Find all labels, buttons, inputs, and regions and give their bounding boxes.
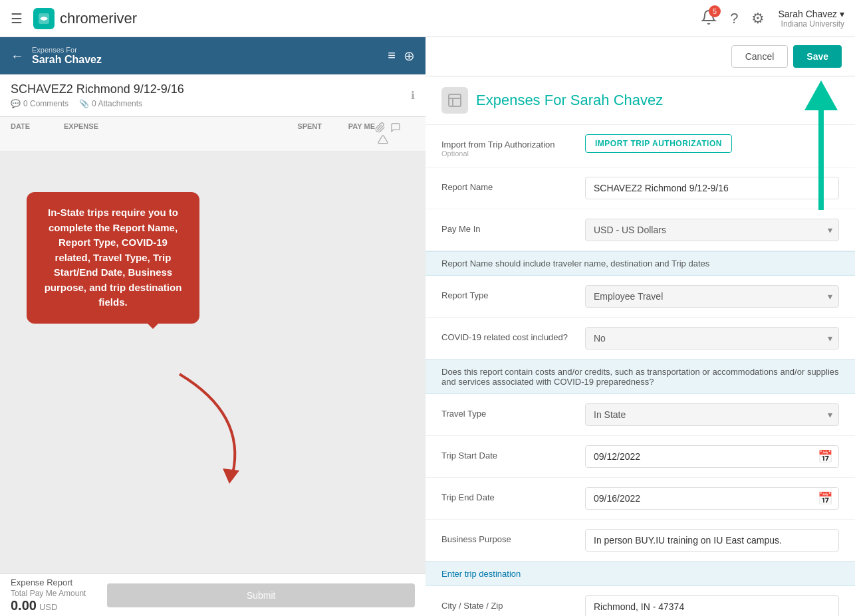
sub-header-user-name: Sarah Chavez xyxy=(32,54,388,66)
travel-type-label: Travel Type xyxy=(441,403,574,419)
submit-button[interactable]: Submit xyxy=(107,583,415,607)
trip-start-label: Trip Start Date xyxy=(441,445,574,461)
add-expense-icon[interactable]: ⊕ xyxy=(404,48,415,64)
left-panel: ← Expenses For Sarah Chavez ≡ ⊕ SCHAVEZ2… xyxy=(0,37,426,616)
logo-area: chromeriver xyxy=(33,8,137,29)
trip-start-control: 📅 xyxy=(585,445,839,468)
right-actions: Cancel Save xyxy=(731,45,842,68)
sub-header: ← Expenses For Sarah Chavez ≡ ⊕ xyxy=(0,37,426,74)
report-info-icon[interactable]: ℹ xyxy=(411,89,415,102)
form-title: Expenses For Sarah Chavez xyxy=(476,92,663,109)
covid-control: No ▾ xyxy=(585,327,839,350)
attachments-count: 📎 0 Attachments xyxy=(79,99,142,108)
pay-me-label: Pay Me In xyxy=(441,219,574,234)
tooltip-text: In-State trips require you to complete t… xyxy=(45,207,182,308)
business-purpose-control xyxy=(585,529,839,552)
settings-icon[interactable]: ⚙ xyxy=(751,10,765,27)
back-button[interactable]: ← xyxy=(11,49,24,64)
user-menu[interactable]: Sarah Chavez ▾ Indiana University xyxy=(778,9,844,29)
city-state-zip-row: City / State / Zip xyxy=(426,586,855,616)
right-header: Cancel Save xyxy=(426,37,855,76)
form-icon xyxy=(441,87,468,114)
col-spent: SPENT xyxy=(255,122,322,146)
save-button[interactable]: Save xyxy=(793,45,842,68)
bottom-bar: Expense Report Total Pay Me Amount 0.00 … xyxy=(0,573,426,616)
sub-header-info: Expenses For Sarah Chavez xyxy=(32,46,388,66)
col-payme: PAY ME xyxy=(322,122,375,146)
import-trip-button[interactable]: IMPORT TRIP AUTHORIZATION xyxy=(585,134,732,153)
comments-count: 💬 0 Comments xyxy=(11,99,68,108)
form-header: Expenses For Sarah Chavez xyxy=(426,76,855,125)
trip-end-label: Trip End Date xyxy=(441,487,574,502)
notification-badge: 5 xyxy=(709,5,721,17)
cancel-button[interactable]: Cancel xyxy=(731,45,789,68)
right-content: Expenses For Sarah Chavez Import from Tr… xyxy=(426,76,855,616)
pay-me-select[interactable]: USD - US Dollars xyxy=(585,219,839,241)
expense-table-header: DATE EXPENSE SPENT PAY ME xyxy=(0,117,426,152)
report-type-row: Report Type Employee Travel ▾ xyxy=(426,276,855,318)
report-name-label: Report Name xyxy=(441,177,574,192)
help-icon[interactable]: ? xyxy=(730,10,738,27)
user-name: Sarah Chavez ▾ xyxy=(778,9,844,19)
travel-type-select[interactable]: In State xyxy=(585,403,839,426)
sub-header-actions: ≡ ⊕ xyxy=(388,48,415,64)
pay-me-control: USD - US Dollars ▾ xyxy=(585,219,839,241)
trip-end-calendar-icon[interactable]: 📅 xyxy=(818,491,832,506)
business-purpose-input[interactable] xyxy=(585,529,839,552)
import-label: Import from Trip Authorization Optional xyxy=(441,134,574,157)
report-type-control: Employee Travel ▾ xyxy=(585,285,839,308)
trip-end-row: Trip End Date 📅 xyxy=(426,478,855,520)
top-navigation: ☰ chromeriver 5 ? ⚙ Sarah Chavez ▾ India… xyxy=(0,0,855,37)
col-icons xyxy=(375,122,415,146)
covid-select[interactable]: No xyxy=(585,327,839,350)
logo-text: chromeriver xyxy=(60,10,137,27)
trip-start-input[interactable] xyxy=(585,445,839,468)
report-type-label: Report Type xyxy=(441,285,574,300)
trip-end-control: 📅 xyxy=(585,487,839,510)
covid-row: COVID-19 related cost included? No ▾ xyxy=(426,318,855,359)
business-purpose-label: Business Purpose xyxy=(441,529,574,544)
notification-bell[interactable]: 5 xyxy=(701,9,717,27)
covid-hint: Does this report contain costs and/or cr… xyxy=(426,359,855,394)
pay-me-row: Pay Me In USD - US Dollars ▾ xyxy=(426,209,855,251)
svg-marker-1 xyxy=(223,468,239,484)
city-state-zip-control xyxy=(585,595,839,616)
travel-type-control: In State ▾ xyxy=(585,403,839,426)
trip-start-row: Trip Start Date 📅 xyxy=(426,436,855,478)
import-row: Import from Trip Authorization Optional … xyxy=(426,125,855,167)
total-amount: 0.00 USD xyxy=(11,598,86,613)
city-state-zip-input[interactable] xyxy=(585,595,839,616)
expense-report-text: Expense Report xyxy=(11,577,86,587)
logo-icon xyxy=(33,8,55,29)
report-name-hint: Report Name should include traveler name… xyxy=(426,251,855,276)
report-name-row: Report Name xyxy=(426,167,855,209)
user-org: Indiana University xyxy=(781,19,844,29)
filter-icon[interactable]: ≡ xyxy=(388,48,396,64)
report-title-bar: SCHAVEZ2 Richmond 9/12-9/16 💬 0 Comments… xyxy=(0,74,426,117)
expense-report-label: Expense Report Total Pay Me Amount 0.00 … xyxy=(11,577,86,613)
total-label: Total Pay Me Amount xyxy=(11,589,86,598)
report-type-select[interactable]: Employee Travel xyxy=(585,285,839,308)
col-date: DATE xyxy=(11,122,64,146)
right-panel: Cancel Save Expenses For Sarah Chavez xyxy=(426,37,855,616)
trip-destination-hint: Enter trip destination xyxy=(426,562,855,586)
menu-icon[interactable]: ☰ xyxy=(11,11,23,27)
svg-rect-4 xyxy=(449,94,461,106)
expense-list: In-State trips require you to complete t… xyxy=(0,152,426,573)
report-title: SCHAVEZ2 Richmond 9/12-9/16 xyxy=(11,82,184,96)
tooltip-bubble: In-State trips require you to complete t… xyxy=(27,192,199,324)
covid-label: COVID-19 related cost included? xyxy=(441,327,574,342)
report-meta: 💬 0 Comments 📎 0 Attachments xyxy=(11,99,184,108)
svg-marker-3 xyxy=(804,80,838,110)
expenses-for-label: Expenses For xyxy=(32,46,388,54)
col-expense: EXPENSE xyxy=(64,122,255,146)
city-state-zip-label: City / State / Zip xyxy=(441,595,574,611)
business-purpose-row: Business Purpose xyxy=(426,520,855,562)
trip-end-input[interactable] xyxy=(585,487,839,510)
main-layout: ← Expenses For Sarah Chavez ≡ ⊕ SCHAVEZ2… xyxy=(0,37,855,616)
trip-start-calendar-icon[interactable]: 📅 xyxy=(818,449,832,464)
travel-type-row: Travel Type In State ▾ xyxy=(426,394,855,436)
